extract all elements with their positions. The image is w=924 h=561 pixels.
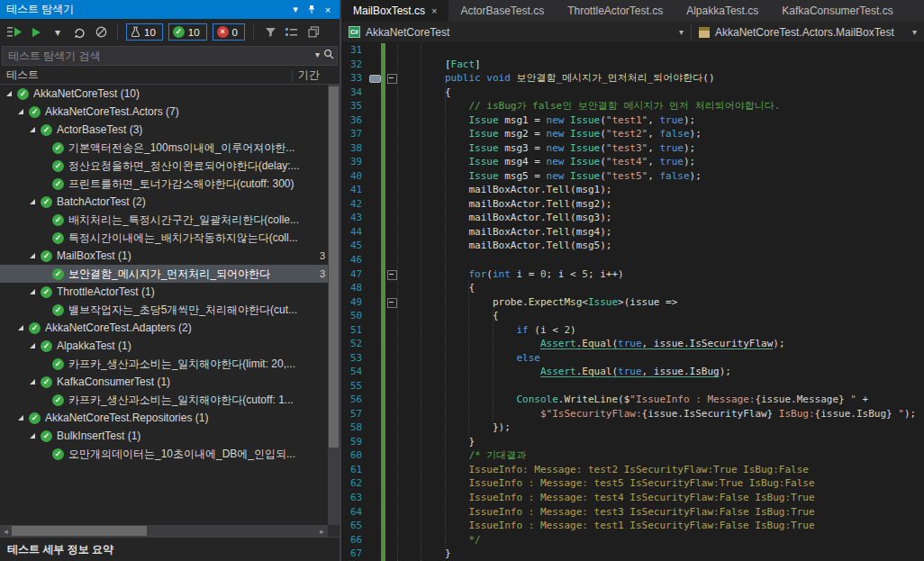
tab-KafkaConsumerTest.cs[interactable]: KafkaConsumerTest.cs — [770, 0, 904, 22]
code-line[interactable]: 55 — [341, 379, 924, 394]
code-line[interactable]: 50 { — [341, 309, 924, 323]
collapse-icon[interactable] — [385, 267, 397, 282]
line-number[interactable]: 66 — [341, 533, 368, 547]
tree-item[interactable]: ✓MailBoxTest (1)3 — [0, 247, 340, 265]
tree-item[interactable]: ✓카프카_생산과소비는_일치해야한다(cutoff: 1... — [0, 391, 340, 409]
tab-close-icon[interactable]: × — [431, 5, 437, 16]
line-number[interactable]: 34 — [341, 86, 368, 100]
window-menu-icon[interactable]: ▾ — [287, 2, 303, 17]
code-line[interactable]: 63 IssueInfo : Message: test4 IsSecurity… — [341, 491, 924, 505]
chevron-down-icon[interactable]: ▾ — [912, 27, 917, 37]
line-number[interactable]: 42 — [341, 197, 368, 212]
code-line[interactable]: 38 Issue msg3 = new Issue("test3", true)… — [341, 141, 924, 156]
tree-item[interactable]: ✓BulkInsertTest (1) — [0, 427, 340, 445]
project-dropdown[interactable]: C# AkkaNetCoreTest ▾ — [341, 22, 691, 42]
code-line[interactable]: 49 probe.ExpectMsg<Issue>(issue => — [341, 295, 924, 310]
code-line[interactable]: 54 Assert.Equal(true, issue.IsBug); — [341, 365, 924, 379]
code-line[interactable]: 48 { — [341, 281, 924, 295]
tree-item[interactable]: ✓ActorBaseTest (3) — [0, 121, 340, 139]
code-line[interactable]: 33 public void 보안결함_메시지가_먼저처리_되어야한다() — [341, 71, 924, 86]
line-number[interactable]: 55 — [341, 379, 368, 394]
pin-icon[interactable] — [303, 2, 320, 17]
code-line[interactable]: 52 Assert.Equal(true, issue.IsSecurityFl… — [341, 337, 924, 351]
tree-item[interactable]: ✓보안결함_메시지가_먼저처리_되어야한다3 — [0, 265, 340, 283]
code-line[interactable]: 56 Console.WriteLine($"IssueInfo : Messa… — [341, 393, 924, 407]
tree-item[interactable]: ✓ThrottleActorTest (1) — [0, 283, 340, 301]
line-number[interactable]: 65 — [341, 519, 368, 533]
search-icon[interactable] — [323, 49, 334, 59]
column-test[interactable]: 테스트 — [0, 68, 292, 83]
tree-item[interactable]: ✓오만개의데이터는_10초이내에_DB에_인입되... — [0, 445, 340, 463]
expander-icon[interactable] — [16, 106, 27, 117]
collapse-icon[interactable] — [385, 71, 397, 86]
line-number[interactable]: 46 — [341, 253, 368, 267]
line-number[interactable]: 37 — [341, 127, 368, 141]
line-number[interactable]: 54 — [341, 365, 368, 379]
tree-item[interactable]: ✓KafkaConsumerTest (1) — [0, 373, 340, 391]
line-number[interactable]: 56 — [341, 393, 368, 407]
code-line[interactable]: 67 } — [341, 547, 924, 561]
tree-item[interactable]: ✓AkkaNetCoreTest.Repositories (1) — [0, 409, 340, 427]
line-number[interactable]: 40 — [341, 169, 368, 184]
line-number[interactable]: 38 — [341, 141, 368, 156]
filter-failed-button[interactable]: × 0 — [213, 23, 245, 41]
layers-button[interactable] — [303, 23, 323, 42]
line-number[interactable]: 63 — [341, 491, 368, 505]
code-line[interactable]: 45 mailBoxActor.Tell(msg5); — [341, 239, 924, 253]
code-line[interactable]: 39 Issue msg4 = new Issue("test4", true)… — [341, 155, 924, 169]
line-number[interactable]: 39 — [341, 155, 368, 169]
line-number[interactable]: 36 — [341, 113, 368, 128]
code-line[interactable]: 41 mailBoxActor.Tell(msg1); — [341, 183, 924, 197]
code-line[interactable]: 53 else — [341, 351, 924, 366]
tree-vertical-scrollbar[interactable] — [328, 85, 340, 525]
code-line[interactable]: 37 Issue msg2 = new Issue("test2", false… — [341, 127, 924, 141]
test-explorer-titlebar[interactable]: 테스트 탐색기 ▾ × — [0, 0, 340, 19]
line-number[interactable]: 33 — [341, 71, 368, 86]
expander-icon[interactable] — [28, 196, 39, 207]
line-number[interactable]: 61 — [341, 463, 368, 477]
code-line[interactable]: 40 Issue msg5 = new Issue("test5", false… — [341, 169, 924, 184]
line-number[interactable]: 41 — [341, 183, 368, 197]
cancel-run-button[interactable] — [91, 23, 111, 42]
expander-icon[interactable] — [5, 88, 15, 99]
tree-item[interactable]: ✓카프카_생산과소비는_일치해야한다(limit: 20,... — [0, 355, 340, 373]
line-number[interactable]: 51 — [341, 323, 368, 338]
run-all-tests-button[interactable] — [5, 23, 24, 42]
group-by-button[interactable] — [282, 23, 302, 42]
line-number[interactable]: 44 — [341, 225, 368, 240]
line-number[interactable]: 31 — [341, 43, 368, 58]
line-number[interactable]: 53 — [341, 351, 368, 366]
line-number[interactable]: 57 — [341, 407, 368, 421]
expander-icon[interactable] — [28, 250, 39, 261]
tree-item[interactable]: ✓AkkaNetCoreTest.Adapters (2) — [0, 319, 340, 337]
code-line[interactable]: 64 IssueInfo : Message: test3 IsSecurity… — [341, 505, 924, 520]
tab-ThrottleActorTest.cs[interactable]: ThrottleActorTest.cs — [556, 0, 675, 22]
code-line[interactable]: 51 if (i < 2) — [341, 323, 924, 338]
code-line[interactable]: 36 Issue msg1 = new Issue("test1", true)… — [341, 113, 924, 128]
expander-icon[interactable] — [16, 412, 27, 423]
code-line[interactable]: 47 for(int i = 0; i < 5; i++) — [341, 267, 924, 282]
code-line[interactable]: 46 — [341, 253, 924, 267]
code-line[interactable]: 66 */ — [341, 533, 924, 547]
run-dropdown-button[interactable]: ▾ — [48, 23, 68, 42]
filter-button[interactable] — [260, 23, 280, 42]
code-line[interactable]: 57 $"IsSecurityFlaw:{issue.IsSecurityFla… — [341, 407, 924, 421]
code-line[interactable]: 65 IssueInfo : Message: test1 IsSecurity… — [341, 519, 924, 533]
line-number[interactable]: 58 — [341, 421, 368, 435]
tab-MailBoxTest.cs[interactable]: MailBoxTest.cs× — [341, 0, 448, 22]
code-line[interactable]: 32 [Fact] — [341, 58, 924, 72]
expander-icon[interactable] — [28, 376, 39, 387]
filter-total-button[interactable]: 10 — [126, 23, 163, 41]
run-button[interactable] — [26, 23, 46, 42]
code-line[interactable]: 61 IssueInfo: Message: test2 IsSecurityF… — [341, 463, 924, 477]
expander-icon[interactable] — [28, 286, 39, 297]
scrollbar-thumb[interactable] — [329, 86, 339, 448]
search-input[interactable] — [2, 46, 338, 66]
tree-item[interactable]: ✓AkkaNetCoreTest (10) — [0, 85, 340, 103]
line-number[interactable]: 62 — [341, 476, 368, 491]
code-area[interactable]: 3132 [Fact]33 public void 보안결함_메시지가_먼저처리… — [341, 43, 924, 561]
line-number[interactable]: 48 — [341, 281, 368, 295]
line-number[interactable]: 50 — [341, 309, 368, 323]
expander-icon[interactable] — [16, 322, 27, 333]
tree-item[interactable]: ✓특정시간이내에는_배치가작동하지않는다(coll... — [0, 229, 340, 247]
